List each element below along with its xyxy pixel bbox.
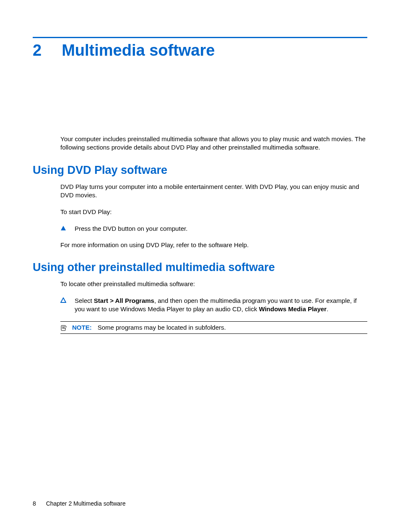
section-heading-other-software: Using other preinstalled multimedia soft…	[33, 261, 367, 274]
section1-paragraph-1: DVD Play turns your computer into a mobi…	[60, 183, 367, 200]
chapter-header: 2 Multimedia software	[33, 41, 367, 59]
bullet-text-bold: Windows Media Player	[259, 305, 327, 312]
triangle-icon	[60, 225, 66, 231]
intro-paragraph: Your computer includes preinstalled mult…	[60, 135, 367, 152]
bullet-text-part: .	[327, 305, 328, 312]
section1-paragraph-2: To start DVD Play:	[60, 208, 367, 216]
chapter-rule	[33, 37, 367, 38]
section-heading-dvd-play: Using DVD Play software	[33, 164, 367, 177]
section2-paragraph-1: To locate other preinstalled multimedia …	[60, 280, 367, 288]
triangle-icon	[60, 297, 66, 303]
page-number: 8	[33, 500, 36, 507]
document-page: 2 Multimedia software Your computer incl…	[0, 0, 400, 532]
note-block: NOTE: Some programs may be located in su…	[60, 321, 367, 334]
bullet-text: Select Start > All Programs, and then op…	[75, 297, 367, 314]
bullet-text: Press the DVD button on your computer.	[75, 225, 367, 233]
bullet-item: Select Start > All Programs, and then op…	[60, 297, 367, 314]
note-icon	[60, 325, 67, 331]
note-text: Some programs may be located in subfolde…	[98, 324, 226, 331]
section1-paragraph-3: For more information on using DVD Play, …	[60, 241, 367, 249]
bullet-text-bold: Start > All Programs	[94, 297, 154, 304]
page-footer: 8 Chapter 2 Multimedia software	[33, 500, 126, 507]
footer-chapter-label: Chapter 2 Multimedia software	[46, 500, 126, 507]
bullet-text-part: Select	[75, 297, 94, 304]
bullet-item: Press the DVD button on your computer.	[60, 225, 367, 233]
chapter-title: Multimedia software	[62, 41, 215, 59]
chapter-number: 2	[33, 41, 42, 59]
note-label: NOTE:	[72, 324, 92, 331]
